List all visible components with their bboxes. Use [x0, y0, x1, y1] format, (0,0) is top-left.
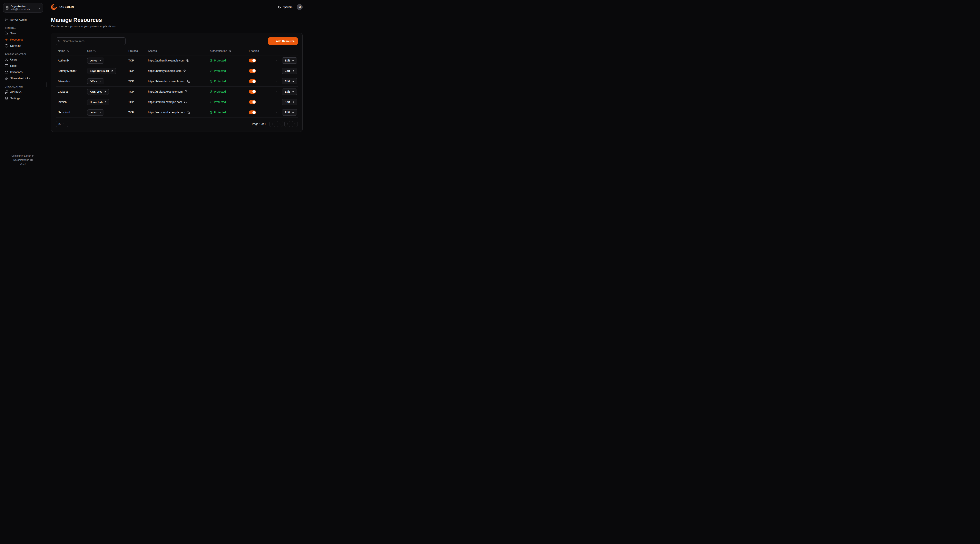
site-link-button[interactable]: AWS VPC	[87, 89, 109, 95]
enabled-cell	[247, 90, 273, 94]
protocol: TCP	[126, 59, 146, 62]
protocol: TCP	[126, 100, 146, 103]
org-selector[interactable]: Organization milo@fossorial.io's ...	[3, 3, 43, 13]
header-authentication[interactable]: Authentication	[208, 49, 247, 52]
enabled-toggle[interactable]	[249, 90, 256, 94]
server-icon	[5, 18, 8, 21]
enabled-toggle[interactable]	[249, 69, 256, 73]
copy-url-button[interactable]	[183, 100, 188, 105]
pagination-next-button[interactable]	[285, 121, 290, 127]
gear-icon	[5, 97, 8, 100]
copy-url-button[interactable]	[186, 110, 191, 115]
page-size-select[interactable]: 20	[56, 121, 68, 127]
site-link-button[interactable]: Home Lab	[87, 99, 109, 105]
sidebar-footer: Community Edition Documentation v1.7.0	[3, 152, 43, 165]
sidebar-item-sites[interactable]: Sites	[3, 30, 43, 36]
search-icon	[58, 40, 61, 43]
row-menu-button[interactable]	[275, 100, 280, 105]
arrow-right-icon	[292, 101, 294, 103]
protocol: TCP	[126, 90, 146, 93]
edit-button[interactable]: Edit	[282, 89, 298, 95]
documentation-link[interactable]: Documentation	[13, 159, 33, 161]
ellipsis-icon	[275, 90, 279, 93]
sidebar-item-server-admin[interactable]: Server Admin	[3, 16, 43, 23]
sidebar-item-resources[interactable]: Resources	[3, 36, 43, 43]
pagination-prev-button[interactable]	[277, 121, 283, 127]
edit-button[interactable]: Edit	[282, 78, 298, 84]
sidebar-item-label: Invitations	[10, 70, 22, 74]
enabled-toggle[interactable]	[249, 59, 256, 62]
sidebar-nav: Server Admin GENERAL Sites Resources Dom…	[3, 16, 43, 102]
sidebar-item-shareable-links[interactable]: Shareable Links	[3, 75, 43, 81]
search-input[interactable]	[56, 37, 126, 45]
theme-switcher-button[interactable]: System	[278, 5, 293, 9]
auth-status-badge: Protected	[210, 90, 226, 93]
table-row: Authentik Office TCP https://authentik.e…	[56, 56, 298, 66]
enabled-toggle[interactable]	[249, 111, 256, 114]
sidebar-item-label: Users	[10, 58, 18, 61]
header-name[interactable]: Name	[56, 49, 85, 52]
arrow-up-right-icon	[99, 80, 102, 82]
row-menu-button[interactable]	[275, 58, 280, 63]
site-cell: AWS VPC	[85, 89, 126, 95]
documentation-label: Documentation	[13, 159, 29, 161]
edit-button[interactable]: Edit	[282, 109, 298, 116]
edit-label: Edit	[285, 59, 290, 62]
version-label: v1.7.0	[20, 163, 26, 165]
sidebar-item-domains[interactable]: Domains	[3, 43, 43, 49]
access-url: https://nextcloud.example.com	[148, 111, 185, 114]
auth-status-badge: Protected	[210, 69, 226, 73]
sidebar-item-invitations[interactable]: Invitations	[3, 69, 43, 75]
site-link-button[interactable]: Edge Device 01	[87, 68, 116, 74]
sidebar-item-settings[interactable]: Settings	[3, 95, 43, 102]
sidebar-item-api-keys[interactable]: API Keys	[3, 89, 43, 95]
copy-url-button[interactable]	[183, 69, 187, 73]
community-edition-link[interactable]: Community Edition	[11, 154, 35, 157]
edit-label: Edit	[285, 80, 290, 83]
page-head: Manage Resources Create secure proxies t…	[46, 14, 307, 28]
header-site[interactable]: Site	[85, 49, 126, 52]
arrow-right-icon	[292, 80, 294, 82]
brand: PANGOLIN	[51, 4, 74, 10]
access-url: https://immich.example.com	[148, 100, 182, 103]
table-footer: 20 Page 1 of 1	[56, 121, 298, 127]
auth-status-badge: Protected	[210, 80, 226, 83]
copy-url-button[interactable]	[186, 79, 191, 84]
table-row: Bitwarden Office TCP https://bitwarden.e…	[56, 76, 298, 87]
pagination-last-button[interactable]	[292, 121, 298, 127]
copy-url-button[interactable]	[186, 59, 190, 63]
toggle-knob	[253, 69, 256, 73]
sidebar-item-roles[interactable]: Roles	[3, 63, 43, 69]
edit-button[interactable]: Edit	[282, 68, 298, 74]
sidebar-item-label: Roles	[10, 64, 17, 67]
edit-button[interactable]: Edit	[282, 99, 298, 105]
sidebar: Organization milo@fossorial.io's ... Ser…	[0, 0, 46, 168]
row-menu-button[interactable]	[275, 110, 280, 115]
book-icon	[30, 159, 33, 161]
row-actions: Edit	[273, 57, 298, 63]
user-avatar[interactable]: M	[297, 4, 302, 10]
site-link-button[interactable]: Office	[87, 78, 104, 84]
site-cell: Office	[85, 78, 126, 84]
add-resource-button[interactable]: Add Resource	[268, 37, 298, 45]
pagination-first-button[interactable]	[269, 121, 275, 127]
site-name: Office	[90, 111, 97, 114]
row-menu-button[interactable]	[275, 89, 280, 94]
row-menu-button[interactable]	[275, 68, 280, 73]
site-link-button[interactable]: Office	[87, 109, 104, 116]
arrow-up-right-icon	[99, 59, 102, 62]
page-info: Page 1 of 1	[252, 122, 266, 125]
sidebar-item-users[interactable]: Users	[3, 56, 43, 63]
enabled-toggle[interactable]	[249, 100, 256, 104]
sidebar-resize-handle[interactable]	[46, 82, 46, 87]
row-menu-button[interactable]	[275, 79, 280, 84]
community-edition-label: Community Edition	[11, 154, 31, 157]
site-link-button[interactable]: Office	[87, 57, 104, 63]
enabled-toggle[interactable]	[249, 79, 256, 83]
copy-url-button[interactable]	[184, 89, 188, 94]
theme-label: System	[283, 5, 293, 9]
site-cell: Home Lab	[85, 99, 126, 105]
header-name-label: Name	[58, 49, 65, 52]
edit-button[interactable]: Edit	[282, 57, 298, 63]
shield-check-icon	[210, 80, 213, 83]
